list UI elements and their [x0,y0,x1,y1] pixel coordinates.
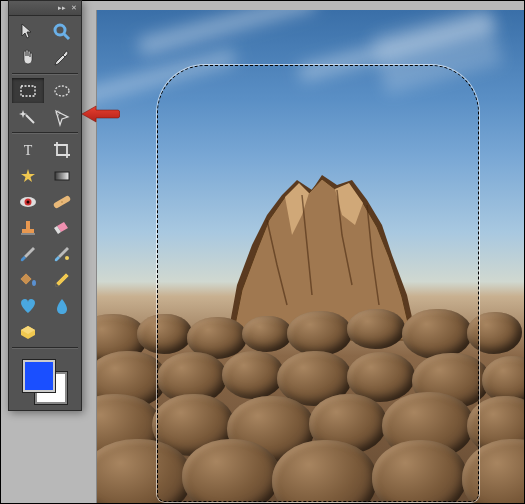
quick-selection-tool[interactable] [46,104,78,129]
close-icon[interactable]: ✕ [69,4,79,12]
tools-panel: ▸▸ ✕ [8,0,82,411]
magic-wand-tool[interactable] [12,104,44,129]
gradient-icon [52,166,72,186]
elliptical-marquee-tool[interactable] [46,78,78,103]
hand-icon [18,48,38,68]
foreground-color-swatch[interactable] [23,360,55,392]
rectangular-marquee-tool[interactable] [12,78,44,103]
collapse-icon[interactable]: ▸▸ [57,4,67,12]
brush-tool[interactable] [12,241,44,266]
svg-point-10 [27,200,30,203]
empty-slot [46,319,78,344]
eraser-tool[interactable] [46,215,78,240]
eraser-icon [52,218,72,238]
boulders [97,284,525,504]
quick-select-icon [52,107,72,127]
svg-point-3 [55,86,69,96]
clone-stamp-tool[interactable] [12,215,44,240]
brush-icon [18,244,38,264]
pencil-tool[interactable] [46,267,78,292]
panel-header: ▸▸ ✕ [9,1,81,16]
svg-line-4 [26,115,34,123]
move-icon [18,22,38,42]
heart-shape-tool[interactable] [12,293,44,318]
move-tool[interactable] [12,19,44,44]
eyedropper-tool[interactable] [46,45,78,70]
sponge-icon [18,322,38,342]
paint-bucket-tool[interactable] [12,267,44,292]
svg-rect-13 [26,221,30,229]
crop-tool[interactable] [46,137,78,162]
annotation-arrow [80,104,120,128]
color-picker [9,354,81,410]
bucket-icon [18,270,38,290]
svg-rect-15 [21,233,35,235]
type-tool[interactable]: T [12,137,44,162]
redeye-icon [18,192,38,212]
type-icon: T [18,140,38,160]
blur-tool[interactable] [46,293,78,318]
marquee-ellipse-icon [52,81,72,101]
crop-icon [52,140,72,160]
sponge-tool[interactable] [12,319,44,344]
svg-line-1 [64,34,69,39]
tools-grid: T [9,16,81,354]
shape-tool[interactable] [12,163,44,188]
svg-rect-7 [55,172,69,180]
wand-icon [18,107,38,127]
canvas[interactable] [96,10,525,504]
spot-healing-tool[interactable] [46,189,78,214]
svg-point-16 [65,256,69,260]
svg-text:T: T [24,143,33,158]
zoom-tool[interactable] [46,19,78,44]
svg-rect-14 [22,229,34,233]
pencil-icon [52,270,72,290]
shape-icon [18,166,38,186]
svg-point-17 [32,280,36,286]
eyedropper-icon [52,48,72,68]
smart-brush-tool[interactable] [46,241,78,266]
heart-icon [18,296,38,316]
blur-icon [52,296,72,316]
red-eye-tool[interactable] [12,189,44,214]
svg-point-12 [61,201,63,203]
stamp-icon [18,218,38,238]
smart-brush-icon [52,244,72,264]
gradient-tool[interactable] [46,163,78,188]
svg-rect-2 [21,86,35,96]
bandaid-icon [52,192,72,212]
zoom-icon [52,22,72,42]
svg-point-0 [55,25,65,35]
hand-tool[interactable] [12,45,44,70]
marquee-rect-icon [18,81,38,101]
